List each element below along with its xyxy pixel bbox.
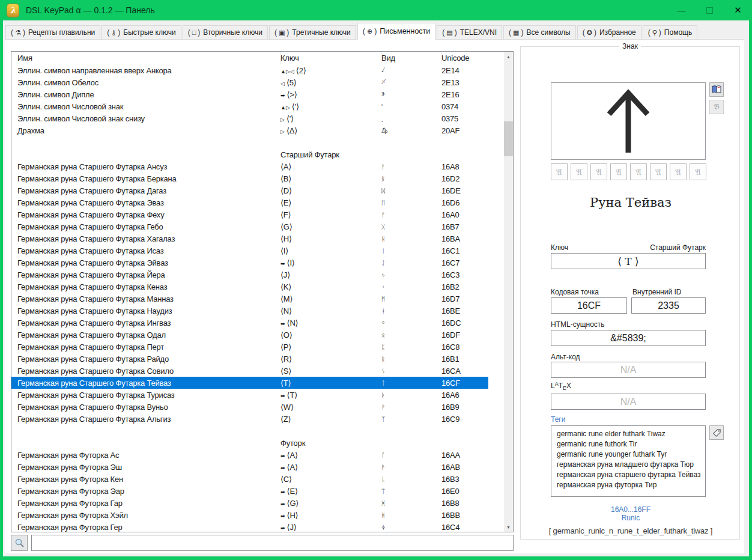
fraktur-font-button[interactable]: 𝔅	[709, 100, 724, 114]
table-row[interactable]: Германская руна Старшего Футарка Хагалаз…	[11, 233, 488, 245]
font-variant-button-6[interactable]: 𝔄	[650, 163, 667, 180]
cell-unicode: 16A0	[441, 210, 496, 219]
scroll-up-icon[interactable]: ▲	[504, 52, 513, 61]
cell-key: ▲▷⟨'⟩	[280, 102, 381, 111]
scroll-down-icon[interactable]: ▼	[504, 522, 513, 532]
tag-item[interactable]: germanic rune younger futhark Tyr	[557, 449, 700, 460]
table-row[interactable]: Германская руна Старшего Футарка Кеназ⟨K…	[11, 281, 488, 293]
internal-id-field[interactable]	[631, 297, 706, 314]
table-row[interactable]: Германская руна Старшего Футарка Исаз⟨I⟩…	[11, 245, 488, 257]
tag-item[interactable]: германская руна старшего футарка Тейваз	[557, 470, 700, 480]
tag-item[interactable]: германская руна футорка Тир	[557, 480, 700, 490]
table-row[interactable]: Германская руна Старшего Футарка Совило⟨…	[11, 365, 488, 377]
html-entity-field[interactable]	[551, 330, 706, 346]
tab-telex/vni[interactable]: (▤)TELEX/VNI	[437, 25, 502, 40]
header-view[interactable]: Вид	[381, 52, 441, 64]
cell-key: ➡⟨>⟩	[280, 90, 381, 99]
latex-field[interactable]	[551, 394, 706, 410]
tab-вторичные-ключи[interactable]: (□)Вторичные ключи	[183, 25, 268, 40]
minimize-button[interactable]: —	[667, 0, 696, 20]
key-base: ⟨I⟩	[280, 246, 288, 255]
cell-key: ➡⟨A⟩	[280, 463, 381, 472]
table-row[interactable]: Эллин. символ Дипле➡⟨>⟩⸖2E16	[11, 88, 488, 100]
cell-glyph: ᚸ	[381, 500, 441, 507]
table-row[interactable]: Германская руна Футорка Эар➡⟨E⟩ᛠ16E0	[11, 485, 488, 497]
table-row[interactable]: Германская руна Старшего Футарка Вуньо⟨W…	[11, 401, 488, 413]
table-row[interactable]: Германская руна Старшего Футарка Одал⟨O⟩…	[11, 329, 488, 341]
table-row[interactable]: Германская руна Старшего Футарка Ингваз➡…	[11, 317, 488, 329]
table-row[interactable]: Германская руна Футорка Хэйл➡⟨H⟩ᚻ16BB	[11, 509, 488, 521]
tab-помощь[interactable]: (⚲)Помощь	[643, 25, 697, 40]
tag-item[interactable]: germanic rune futhork Tir	[557, 439, 700, 449]
cell-name: Германская руна Старшего Футарка Райдо	[17, 355, 280, 364]
alt-code-field[interactable]	[551, 362, 706, 378]
table-row[interactable]: Драхма▷⟨Δ⟩₯20AF	[11, 124, 488, 136]
table-row[interactable]: Германская руна Старшего Футарка Наудиз⟨…	[11, 305, 488, 317]
tab-быстрые-ключи[interactable]: (⚷)Быстрые ключи	[102, 25, 181, 40]
window-controls: — ✕	[667, 0, 752, 20]
font-variant-button-2[interactable]: 𝔄	[571, 163, 587, 180]
font-variant-button-8[interactable]: 𝔄	[690, 163, 706, 180]
tag-item[interactable]: германская руна младшего футарка Тюр	[557, 460, 700, 470]
close-button[interactable]: ✕	[724, 0, 752, 20]
table-row[interactable]: Германская руна Старшего Футарка Йера⟨J⟩…	[11, 269, 488, 281]
table-scrollbar[interactable]: ▲ ▼	[504, 52, 513, 532]
maximize-button[interactable]	[696, 0, 724, 20]
key-base: ⟨F⟩	[280, 210, 291, 219]
table-row[interactable]: Германская руна Старшего Футарка Эйваз➡⟨…	[11, 257, 488, 269]
tab-все-символы[interactable]: (▦)Все символы	[503, 25, 576, 40]
tab-третичные-ключи[interactable]: (▣)Третичные ключи	[269, 25, 356, 40]
cell-glyph: ᚻ	[381, 512, 441, 519]
table-row[interactable]: Германская руна Старшего Футарка Турисаз…	[11, 389, 488, 401]
header-unicode[interactable]: Unicode	[441, 52, 496, 64]
table-row[interactable]: Германская руна Старшего Футарка Альгиз⟨…	[11, 413, 488, 425]
table-row[interactable]: Эллин. символ Обелос◁⟨5⟩⸓2E13	[11, 76, 488, 88]
cell-glyph: ᛃ	[381, 272, 441, 278]
key-base: ⟨Z⟩	[280, 415, 291, 424]
block-name-link[interactable]: Runic	[521, 514, 741, 522]
codepoint-field[interactable]	[551, 297, 627, 314]
table-row[interactable]: Германская руна Старшего Футарка Перт⟨P⟩…	[11, 341, 488, 353]
table-rows: Эллин. символ направленная вверх Анкора▲…	[11, 64, 504, 532]
table-row[interactable]: Германская руна Старшего Футарка Манназ⟨…	[11, 293, 488, 305]
font-variant-button-4[interactable]: 𝔄	[610, 163, 627, 180]
font-variant-button-7[interactable]: 𝔄	[670, 163, 687, 180]
table-row[interactable]: Германская руна Старшего Футарка Беркана…	[11, 172, 488, 184]
table-row[interactable]: Германская руна Старшего Футарка Гебо⟨G⟩…	[11, 221, 488, 233]
search-button[interactable]	[11, 535, 28, 551]
glyph-book-button[interactable]	[709, 82, 724, 97]
tab-письменности[interactable]: (⊕)Письменности	[357, 23, 436, 40]
tag-item[interactable]: germanic rune elder futhark Tiwaz	[557, 429, 700, 439]
range-link[interactable]: 16A0...16FF	[521, 505, 741, 514]
cell-unicode: 16C8	[441, 342, 496, 352]
window-border-right	[749, 20, 752, 556]
table-row[interactable]: Германская руна Футорка Ас➡⟨A⟩ᚪ16AA	[11, 449, 488, 461]
table-row[interactable]: Эллин. символ Числовой знак▲▷⟨'⟩ʹ0374	[11, 100, 488, 112]
table-row[interactable]: Германская руна Футорка Гар➡⟨G⟩ᚸ16B8	[11, 497, 488, 509]
font-variant-button-1[interactable]: 𝔄	[551, 163, 568, 180]
tab-рецепты-плавильни[interactable]: (⚗)Рецепты плавильни	[5, 25, 100, 40]
table-row[interactable]: Германская руна Старшего Футарка Феху⟨F⟩…	[11, 208, 488, 221]
header-key[interactable]: Ключ	[280, 52, 381, 64]
table-row[interactable]: Германская руна Старшего Футарка Дагаз⟨D…	[11, 184, 488, 196]
tab-избранное[interactable]: (✪)Избранное	[577, 25, 641, 40]
scrollbar-thumb[interactable]	[504, 121, 513, 156]
header-name[interactable]: Имя	[17, 52, 280, 64]
font-variant-button-5[interactable]: 𝔄	[630, 163, 647, 180]
table-row[interactable]: Эллин. символ направленная вверх Анкора▲…	[11, 64, 488, 76]
table-row[interactable]: Германская руна Футорка Эш➡⟨A⟩ᚫ16AB	[11, 461, 488, 473]
table-row[interactable]: Германская руна Старшего Футарка Райдо⟨R…	[11, 353, 488, 365]
table-row[interactable]: Эллин. символ Числовой знак снизу▷⟨'⟩͵03…	[11, 112, 488, 124]
tags-listbox[interactable]: germanic rune elder futhark Tiwazgermani…	[551, 425, 706, 497]
tag-button[interactable]	[709, 425, 724, 440]
cell-name: Германская руна Старшего Футарка Манназ	[17, 294, 280, 303]
table-row[interactable]: Германская руна Футорка Гер➡⟨J⟩ᛄ16C4	[11, 521, 488, 532]
key-field[interactable]	[551, 253, 706, 269]
table-row[interactable]: Германская руна Футорка Кен⟨C⟩ᚳ16B3	[11, 473, 488, 485]
cell-glyph: ᛉ	[381, 416, 441, 422]
table-row[interactable]: Германская руна Старшего Футарка Эваз⟨E⟩…	[11, 196, 488, 208]
font-variant-button-3[interactable]: 𝔄	[590, 163, 607, 180]
search-input[interactable]	[31, 535, 514, 551]
table-row[interactable]: Германская руна Старшего Футарка Тейваз⟨…	[11, 377, 488, 389]
table-row[interactable]: Германская руна Старшего Футарка Ансуз⟨A…	[11, 160, 488, 172]
